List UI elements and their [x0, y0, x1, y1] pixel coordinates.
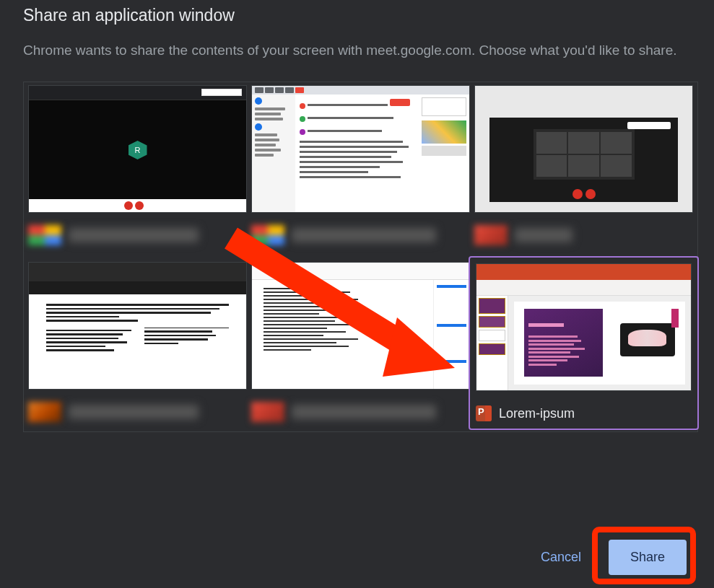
- window-thumbnail: [476, 263, 692, 391]
- dialog-title: Share an application window: [23, 6, 691, 25]
- meet-avatar: R: [129, 141, 147, 159]
- window-label: [292, 228, 436, 242]
- window-item[interactable]: [251, 85, 470, 247]
- window-label: [69, 405, 199, 419]
- share-button[interactable]: Share: [609, 540, 687, 575]
- powerpoint-icon: [476, 405, 492, 421]
- window-item[interactable]: [474, 85, 693, 247]
- share-window-dialog: Share an application window Chrome wants…: [0, 0, 714, 588]
- window-label: [292, 405, 436, 419]
- app-icon: [28, 402, 61, 422]
- window-item-selected[interactable]: Lorem-ipsum: [474, 262, 693, 427]
- window-label: Lorem-ipsum: [499, 406, 575, 421]
- window-thumbnail: [474, 85, 693, 213]
- dialog-footer: Cancel Share: [525, 540, 687, 575]
- app-icon: [251, 402, 284, 422]
- window-grid: R: [23, 82, 698, 432]
- app-icon: [474, 225, 508, 245]
- window-label: [69, 228, 199, 242]
- window-thumbnail: R: [28, 85, 247, 213]
- window-thumbnail: [28, 262, 247, 390]
- window-item[interactable]: [28, 262, 247, 427]
- chrome-icon: [28, 225, 61, 245]
- window-item[interactable]: R: [28, 85, 247, 247]
- cancel-button[interactable]: Cancel: [525, 540, 597, 575]
- window-item[interactable]: [251, 262, 470, 427]
- window-label: [515, 228, 572, 242]
- dialog-subtitle: Chrome wants to share the contents of yo…: [23, 40, 691, 61]
- window-thumbnail: [251, 262, 470, 390]
- chrome-icon: [251, 225, 284, 245]
- window-thumbnail: [251, 85, 470, 213]
